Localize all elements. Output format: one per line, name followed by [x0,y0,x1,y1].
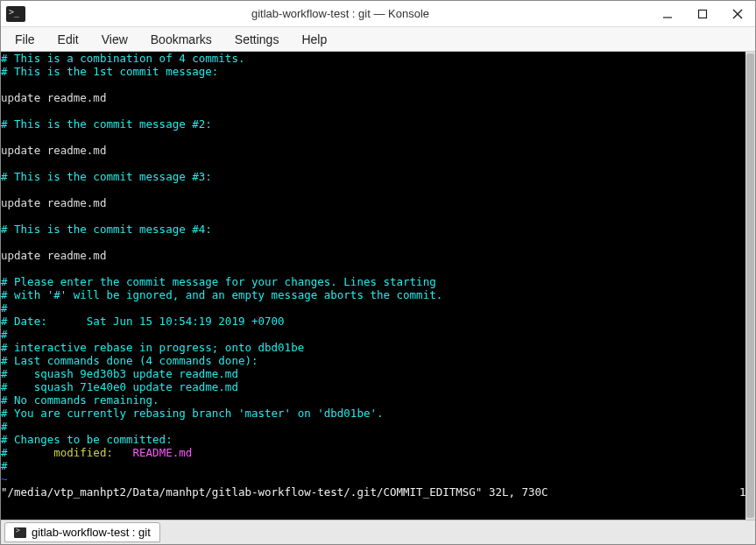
scrollbar-thumb[interactable] [746,53,754,518]
menu-bar: File Edit View Bookmarks Settings Help [1,27,755,52]
terminal-scrollbar[interactable] [745,52,755,520]
minimize-button[interactable] [650,1,685,27]
svg-rect-1 [699,10,707,18]
menu-edit[interactable]: Edit [47,29,89,50]
menu-settings[interactable]: Settings [224,29,290,50]
maximize-button[interactable] [685,1,720,27]
tab-gitlab-workflow[interactable]: gitlab-workflow-test : git [4,522,160,542]
terminal[interactable]: # This is a combination of 4 commits. # … [1,52,745,520]
app-icon [6,6,25,22]
window-title: gitlab-workflow-test : git — Konsole [31,7,650,20]
menu-help[interactable]: Help [291,29,337,50]
menu-file[interactable]: File [4,29,46,50]
maximize-icon [697,9,708,19]
minimize-icon [662,9,673,19]
window-controls [650,1,755,27]
close-icon [732,9,743,19]
menu-view[interactable]: View [91,29,138,50]
tab-label: gitlab-workflow-test : git [32,526,151,539]
terminal-container: # This is a combination of 4 commits. # … [1,52,755,520]
window-titlebar: gitlab-workflow-test : git — Konsole [1,1,755,27]
menu-bookmarks[interactable]: Bookmarks [140,29,223,50]
terminal-tab-icon [14,527,26,538]
tab-bar: gitlab-workflow-test : git [1,520,755,544]
close-button[interactable] [720,1,755,27]
